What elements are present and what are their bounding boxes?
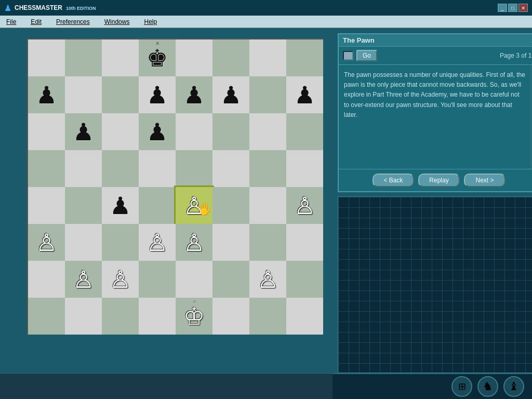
- grid-lines: [338, 197, 532, 373]
- square-f1[interactable]: [212, 298, 249, 335]
- square-d4[interactable]: [139, 187, 176, 224]
- square-b8[interactable]: [65, 39, 102, 76]
- square-b6[interactable]: ♟: [65, 113, 102, 150]
- menu-preferences[interactable]: Preferences: [54, 17, 92, 26]
- row-label-5: 5: [16, 149, 26, 186]
- square-g5[interactable]: [249, 150, 286, 187]
- square-e3[interactable]: ♙: [176, 224, 212, 261]
- square-e7[interactable]: ♟: [176, 76, 212, 113]
- square-h6[interactable]: [286, 113, 323, 150]
- square-d6[interactable]: ♟: [139, 113, 176, 150]
- square-e6[interactable]: [176, 113, 212, 150]
- square-a3[interactable]: ♙: [28, 224, 65, 261]
- square-g1[interactable]: [249, 298, 286, 335]
- square-h3[interactable]: [286, 224, 323, 261]
- minimize-button[interactable]: _: [498, 4, 507, 12]
- square-d1[interactable]: [139, 298, 176, 335]
- lesson-title-bar: The Pawn x: [339, 34, 532, 47]
- square-f6[interactable]: [212, 113, 249, 150]
- square-f3[interactable]: [212, 224, 249, 261]
- close-button[interactable]: ✕: [518, 4, 528, 12]
- square-c7[interactable]: [102, 76, 139, 113]
- square-e2[interactable]: [176, 261, 212, 298]
- square-a8[interactable]: [28, 39, 65, 76]
- col-label-h: H: [285, 355, 322, 363]
- square-f2[interactable]: [212, 261, 249, 298]
- square-b3[interactable]: [65, 224, 102, 261]
- square-a6[interactable]: [28, 113, 65, 150]
- col-label-b: B: [64, 355, 101, 363]
- square-a5[interactable]: [28, 150, 65, 187]
- go-checkbox[interactable]: [343, 51, 353, 60]
- square-c3[interactable]: [102, 224, 139, 261]
- square-g7[interactable]: [249, 76, 286, 113]
- square-e5[interactable]: [176, 150, 212, 187]
- square-h5[interactable]: [286, 150, 323, 187]
- go-button[interactable]: Go: [356, 50, 377, 61]
- square-b5[interactable]: [65, 150, 102, 187]
- square-e1[interactable]: ✕ ♔: [176, 298, 212, 335]
- square-c1[interactable]: [102, 298, 139, 335]
- square-f8[interactable]: [212, 39, 249, 76]
- lesson-title: The Pawn: [343, 36, 375, 44]
- back-button[interactable]: < Back: [373, 174, 414, 187]
- square-f5[interactable]: [212, 150, 249, 187]
- square-g4[interactable]: [249, 187, 286, 224]
- square-a2[interactable]: [28, 261, 65, 298]
- square-d7[interactable]: ♟: [139, 76, 176, 113]
- square-f4[interactable]: [212, 187, 249, 224]
- next-button[interactable]: Next >: [464, 174, 506, 187]
- square-e4[interactable]: ♙ 🖐: [176, 187, 212, 224]
- maximize-button[interactable]: □: [508, 4, 517, 12]
- square-c5[interactable]: [102, 150, 139, 187]
- piece-black-pawn-e7: ♟: [183, 83, 205, 107]
- square-h8[interactable]: [286, 39, 323, 76]
- piece-black-pawn-d6: ♟: [147, 120, 168, 144]
- menu-edit[interactable]: Edit: [29, 17, 44, 26]
- square-g2[interactable]: ♙: [249, 261, 286, 298]
- square-h1[interactable]: [286, 298, 323, 335]
- bottom-grid: [338, 196, 532, 373]
- row-label-7: 7: [16, 75, 26, 112]
- row-label-3: 3: [16, 223, 26, 260]
- board-view-button[interactable]: ⊞: [451, 376, 472, 397]
- row-label-2: 2: [16, 260, 26, 297]
- menu-help[interactable]: Help: [142, 17, 159, 26]
- replay-button[interactable]: Replay: [418, 174, 460, 187]
- square-e8[interactable]: [176, 39, 212, 76]
- square-g6[interactable]: [249, 113, 286, 150]
- square-h7[interactable]: ♟: [286, 76, 323, 113]
- square-g8[interactable]: [249, 39, 286, 76]
- square-c2[interactable]: ♙: [102, 261, 139, 298]
- clock-view-button[interactable]: ♝: [503, 376, 524, 397]
- row-label-8: 8: [16, 38, 26, 75]
- col-label-g: G: [248, 355, 285, 363]
- square-c4[interactable]: ♟: [102, 187, 139, 224]
- square-b2[interactable]: ♙: [65, 261, 102, 298]
- square-g3[interactable]: [249, 224, 286, 261]
- square-d8[interactable]: ✕ ♚: [139, 39, 176, 76]
- piece-white-pawn-h4: ♙: [294, 194, 315, 218]
- square-c8[interactable]: [102, 39, 139, 76]
- square-a7[interactable]: ♟: [28, 76, 65, 113]
- lesson-panel: The Pawn x Go Page 3 of 19 The pawn poss…: [338, 33, 532, 192]
- square-h4[interactable]: ♙: [286, 187, 323, 224]
- square-b4[interactable]: [65, 187, 102, 224]
- piece-black-pawn-a7: ♟: [36, 83, 57, 107]
- square-d3[interactable]: ♙: [139, 224, 176, 261]
- piece-view-button[interactable]: ♞: [477, 376, 498, 397]
- menu-windows[interactable]: Windows: [102, 17, 132, 26]
- square-b7[interactable]: [65, 76, 102, 113]
- row-label-1: 1: [16, 297, 26, 334]
- square-a4[interactable]: [28, 187, 65, 224]
- square-c6[interactable]: [102, 113, 139, 150]
- square-d2[interactable]: [139, 261, 176, 298]
- lesson-body: The pawn possesses a number of unique qu…: [339, 65, 532, 169]
- lesson-text-area: The pawn possesses a number of unique qu…: [339, 65, 531, 169]
- square-b1[interactable]: [65, 298, 102, 335]
- square-d5[interactable]: [139, 150, 176, 187]
- square-a1[interactable]: [28, 298, 65, 335]
- square-h2[interactable]: [286, 261, 323, 298]
- square-f7[interactable]: ♟: [212, 76, 249, 113]
- menu-file[interactable]: File: [4, 17, 18, 26]
